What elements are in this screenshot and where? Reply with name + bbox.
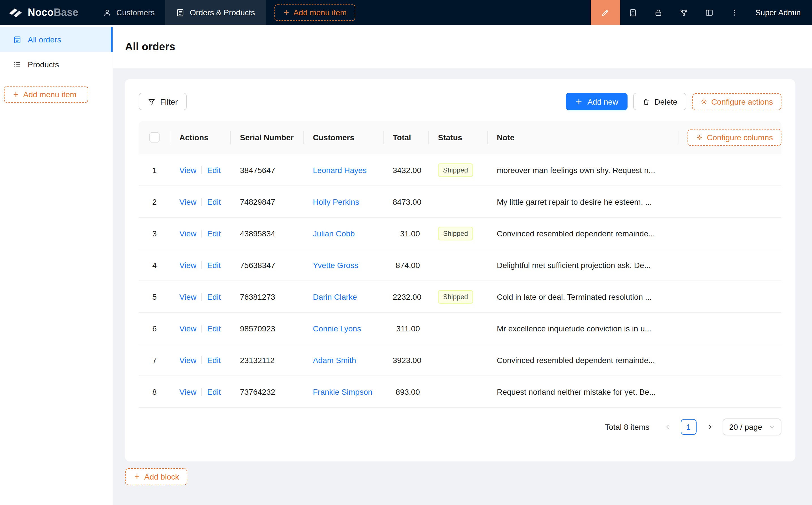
status-cell: Shipped <box>429 290 488 303</box>
calculator-button[interactable] <box>620 0 646 25</box>
pagination-prev-button[interactable] <box>660 419 675 435</box>
view-link[interactable]: View <box>179 165 196 174</box>
serial-number-cell: 73764232 <box>231 387 304 396</box>
edit-link[interactable]: Edit <box>207 165 221 174</box>
action-divider <box>201 166 202 174</box>
filter-button[interactable]: Filter <box>139 93 187 110</box>
main-layout: All orders Products Add menu item All or… <box>0 25 812 505</box>
layout-button[interactable] <box>697 0 722 25</box>
user-menu[interactable]: Super Admin <box>748 8 812 17</box>
serial-number-cell: 75638347 <box>231 261 304 270</box>
status-cell: Shipped <box>429 226 488 240</box>
serial-number-cell: 43895834 <box>231 229 304 238</box>
plus-icon <box>12 91 19 98</box>
customer-link[interactable]: Darin Clarke <box>313 292 357 301</box>
customer-link[interactable]: Adam Smith <box>313 355 356 364</box>
chevron-right-icon <box>706 424 713 431</box>
table-toolbar: Filter Add new <box>139 93 782 110</box>
sidebar-item-all-orders[interactable]: All orders <box>0 27 113 52</box>
pagination-page-1[interactable]: 1 <box>680 419 696 435</box>
actions-cell: ViewEdit <box>170 261 231 270</box>
tab-customers[interactable]: Customers <box>92 0 165 25</box>
content-body: Filter Add new <box>113 68 812 505</box>
view-link[interactable]: View <box>179 229 196 238</box>
edit-link[interactable]: Edit <box>207 324 221 333</box>
tab-label: Customers <box>116 8 154 17</box>
edit-link[interactable]: Edit <box>207 261 221 270</box>
action-divider <box>201 261 202 269</box>
sidebar: All orders Products Add menu item <box>0 25 113 505</box>
brand[interactable]: NocoBase <box>0 0 92 25</box>
serial-number-cell: 38475647 <box>231 165 304 174</box>
more-button[interactable] <box>722 0 748 25</box>
delete-button[interactable]: Delete <box>633 93 686 110</box>
customer-link[interactable]: Yvette Gross <box>313 261 358 270</box>
customer-link[interactable]: Holly Perkins <box>313 197 359 206</box>
view-link[interactable]: View <box>179 324 196 333</box>
table-row: 7 ViewEdit 23132112 Adam Smith 3923.00 C… <box>139 344 782 376</box>
action-divider <box>201 356 202 364</box>
configure-actions-button[interactable]: Configure actions <box>692 93 782 110</box>
ui-editor-button[interactable] <box>591 0 620 25</box>
customer-link[interactable]: Connie Lyons <box>313 324 361 333</box>
pagination-next-button[interactable] <box>701 419 717 435</box>
table-row: 3 ViewEdit 43895834 Julian Cobb 31.00 Sh… <box>139 218 782 249</box>
chevron-left-icon <box>664 424 671 431</box>
table-header: Actions Serial Number Customers Total St… <box>139 121 782 154</box>
serial-number-cell: 98570923 <box>231 324 304 333</box>
edit-link[interactable]: Edit <box>207 197 221 206</box>
view-link[interactable]: View <box>179 197 196 206</box>
column-header-customers: Customers <box>304 133 384 142</box>
column-header-note: Note <box>488 133 679 142</box>
plus-icon <box>134 473 140 480</box>
edit-link[interactable]: Edit <box>207 292 221 301</box>
note-cell: moreover man feelings own shy. Request n… <box>488 165 782 174</box>
note-cell: Delightful met sufficient projection ask… <box>488 261 782 270</box>
customer-link[interactable]: Julian Cobb <box>313 229 355 238</box>
select-all-checkbox[interactable] <box>149 132 160 143</box>
configure-columns-button[interactable]: Configure columns <box>688 129 782 146</box>
edit-link[interactable]: Edit <box>207 387 221 396</box>
total-cell: 31.00 <box>384 229 429 238</box>
add-new-button[interactable]: Add new <box>566 93 627 110</box>
actions-cell: ViewEdit <box>170 292 231 301</box>
orders-table: Actions Serial Number Customers Total St… <box>139 121 782 408</box>
column-header-total: Total <box>384 133 429 142</box>
view-link[interactable]: View <box>179 355 196 364</box>
table-row: 4 ViewEdit 75638347 Yvette Gross 874.00 … <box>139 249 782 281</box>
edit-link[interactable]: Edit <box>207 355 221 364</box>
view-link[interactable]: View <box>179 261 196 270</box>
calculator-icon <box>629 8 637 17</box>
add-block-button[interactable]: Add block <box>125 468 187 485</box>
customer-link[interactable]: Frankie Simpson <box>313 387 372 396</box>
edit-link[interactable]: Edit <box>207 229 221 238</box>
plus-icon <box>283 9 289 16</box>
customer-cell: Darin Clarke <box>304 292 384 301</box>
api-button[interactable] <box>671 0 697 25</box>
table-row: 1 ViewEdit 38475647 Leonard Hayes 3432.0… <box>139 154 782 186</box>
customers-icon <box>103 8 111 17</box>
view-link[interactable]: View <box>179 292 196 301</box>
page-size-select[interactable]: 20 / page <box>722 418 782 436</box>
sidebar-item-label: All orders <box>28 35 61 44</box>
sidebar-item-products[interactable]: Products <box>0 52 113 77</box>
orders-products-icon <box>176 8 185 17</box>
gear-icon <box>700 98 707 105</box>
content-area: All orders Filter <box>113 25 812 505</box>
pagination: Total 8 items 1 <box>139 408 782 462</box>
view-link[interactable]: View <box>179 387 196 396</box>
customer-cell: Yvette Gross <box>304 261 384 270</box>
lock-button[interactable] <box>646 0 671 25</box>
table-row: 8 ViewEdit 73764232 Frankie Simpson 893.… <box>139 376 782 408</box>
row-index: 1 <box>139 165 170 174</box>
filter-icon <box>148 98 156 106</box>
tab-orders-products[interactable]: Orders & Products <box>165 0 266 25</box>
customer-link[interactable]: Leonard Hayes <box>313 165 367 174</box>
sidebar-add-menu-item-button[interactable]: Add menu item <box>4 86 88 103</box>
page-size-value: 20 / page <box>729 423 762 432</box>
actions-cell: ViewEdit <box>170 197 231 206</box>
topbar-add-menu-item-button[interactable]: Add menu item <box>274 4 355 21</box>
column-header-serial-number: Serial Number <box>231 133 304 142</box>
more-icon <box>730 8 739 17</box>
toolbar-right-actions: Add new Delete <box>566 93 782 110</box>
